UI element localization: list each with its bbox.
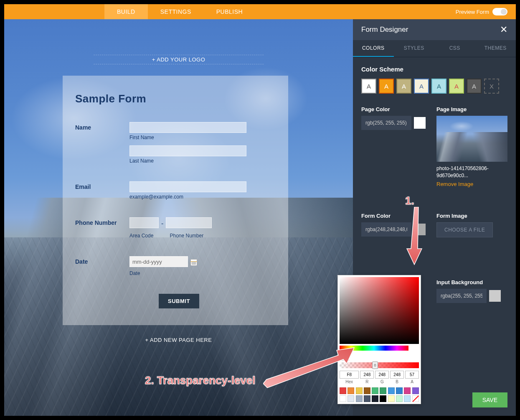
sidebar-tabs: COLORS STYLES CSS THEMES — [353, 40, 516, 57]
a-input[interactable] — [405, 371, 419, 379]
scheme-swatch-custom[interactable]: X — [484, 79, 499, 94]
area-code-input[interactable] — [129, 217, 159, 228]
page-color-label: Page Color — [361, 106, 430, 112]
preset-color[interactable] — [380, 395, 386, 402]
close-icon[interactable]: ✕ — [500, 24, 507, 35]
preset-color[interactable] — [388, 387, 395, 394]
email-hint: example@example.com — [129, 194, 276, 200]
tab-settings[interactable]: SETTINGS — [148, 4, 204, 19]
date-label: Date — [75, 256, 129, 281]
sb-tab-colors[interactable]: COLORS — [353, 40, 394, 57]
preset-color[interactable] — [356, 395, 363, 402]
preset-color[interactable] — [364, 395, 370, 402]
color-gradient-area[interactable] — [340, 277, 419, 344]
scheme-swatch-3[interactable]: A — [396, 79, 411, 94]
page-image-thumbnail[interactable] — [436, 116, 507, 162]
preset-color[interactable] — [356, 387, 363, 394]
field-phone: Phone Number - Area Code Phone Number — [75, 217, 276, 244]
a-label: A — [405, 379, 419, 384]
preset-color[interactable] — [404, 387, 411, 394]
input-bg-block: Input Background — [436, 279, 507, 303]
hex-label: Hex — [340, 379, 359, 384]
choose-file-button[interactable]: CHOOSE A FILE — [436, 222, 493, 237]
page-color-swatch[interactable] — [414, 117, 426, 129]
b-label: B — [390, 379, 404, 384]
scheme-swatch-4[interactable]: A — [414, 79, 429, 94]
form-card: Sample Form Name First Name Last Name Em… — [63, 76, 288, 325]
preview-toggle[interactable] — [492, 8, 507, 15]
scheme-swatch-6[interactable]: A — [449, 79, 464, 94]
page-image-filename: photo-1414170562806-9d670e90c0... — [436, 165, 507, 179]
input-bg-input[interactable] — [436, 289, 487, 303]
first-name-input[interactable] — [129, 122, 246, 133]
date-hint: Date — [129, 270, 276, 276]
page-color-input[interactable] — [361, 116, 411, 130]
alpha-slider[interactable]: 0 — [340, 362, 419, 368]
form-image-block: Form Image CHOOSE A FILE — [436, 213, 507, 237]
tab-publish[interactable]: PUBLISH — [204, 4, 255, 19]
form-color-input[interactable] — [361, 222, 411, 237]
add-page-button[interactable]: + ADD NEW PAGE HERE — [145, 337, 212, 343]
preset-color[interactable] — [348, 387, 354, 394]
preset-color[interactable] — [396, 395, 403, 402]
b-input[interactable] — [390, 371, 404, 379]
email-input[interactable] — [129, 181, 246, 192]
area-code-hint: Area Code — [129, 233, 162, 239]
scheme-swatch-2[interactable]: A — [379, 79, 394, 94]
preset-color[interactable] — [388, 395, 395, 402]
sb-tab-themes[interactable]: THEMES — [475, 40, 516, 57]
phone-number-input[interactable] — [166, 217, 212, 228]
color-scheme-swatches: A A A A A A A X — [361, 79, 507, 94]
remove-image-link[interactable]: Remove Image — [436, 181, 473, 187]
preview-toggle-area: Preview Form — [456, 8, 507, 15]
save-button[interactable]: SAVE — [472, 392, 507, 407]
page-color-block: Page Color — [361, 106, 430, 188]
preset-color[interactable] — [412, 387, 419, 394]
preset-clear[interactable] — [412, 395, 419, 402]
scheme-swatch-1[interactable]: A — [361, 79, 376, 94]
color-scheme-label: Color Scheme — [361, 66, 507, 73]
preset-color[interactable] — [372, 395, 378, 402]
date-input[interactable]: mm-dd-yyyy — [129, 256, 188, 267]
preset-color[interactable] — [364, 387, 370, 394]
preset-color[interactable] — [404, 395, 411, 402]
input-bg-swatch[interactable] — [489, 290, 501, 302]
preset-color[interactable] — [396, 387, 403, 394]
preset-color[interactable] — [340, 395, 346, 402]
phone-separator: - — [161, 220, 163, 227]
name-label: Name — [75, 122, 129, 169]
last-name-hint: Last Name — [129, 158, 276, 164]
preview-label: Preview Form — [456, 9, 489, 15]
color-picker-popup: 0 Hex R G B A — [337, 275, 421, 404]
page-image-label: Page Image — [436, 106, 507, 112]
last-name-input[interactable] — [129, 145, 246, 156]
alpha-handle[interactable]: 0 — [372, 361, 378, 369]
field-name: Name First Name Last Name — [75, 122, 276, 169]
form-image-label: Form Image — [436, 213, 507, 219]
tab-build[interactable]: BUILD — [104, 4, 148, 19]
field-date: Date mm-dd-yyyy Date — [75, 256, 276, 281]
hue-slider[interactable] — [340, 346, 408, 351]
preset-color[interactable] — [348, 395, 354, 402]
scheme-swatch-5[interactable]: A — [431, 79, 446, 94]
calendar-icon[interactable] — [190, 259, 197, 266]
r-label: R — [360, 379, 374, 384]
g-input[interactable] — [375, 371, 389, 379]
form-color-swatch[interactable] — [414, 224, 426, 235]
preset-color[interactable] — [340, 387, 346, 394]
current-color-preview — [341, 352, 349, 361]
phone-number-hint: Phone Number — [170, 233, 203, 239]
scheme-swatch-7[interactable]: A — [467, 79, 482, 94]
preset-color[interactable] — [372, 387, 378, 394]
preset-color[interactable] — [380, 387, 386, 394]
r-input[interactable] — [360, 371, 374, 379]
form-canvas: + ADD YOUR LOGO Sample Form Name First N… — [4, 19, 353, 416]
sb-tab-styles[interactable]: STYLES — [394, 40, 435, 57]
submit-button[interactable]: SUBMIT — [159, 294, 199, 308]
hex-input[interactable] — [340, 371, 359, 379]
add-logo-button[interactable]: + ADD YOUR LOGO — [94, 55, 264, 64]
sb-tab-css[interactable]: CSS — [434, 40, 475, 57]
first-name-hint: First Name — [129, 135, 276, 140]
nav-tabs: BUILD SETTINGS PUBLISH — [104, 4, 255, 19]
g-label: G — [375, 379, 389, 384]
